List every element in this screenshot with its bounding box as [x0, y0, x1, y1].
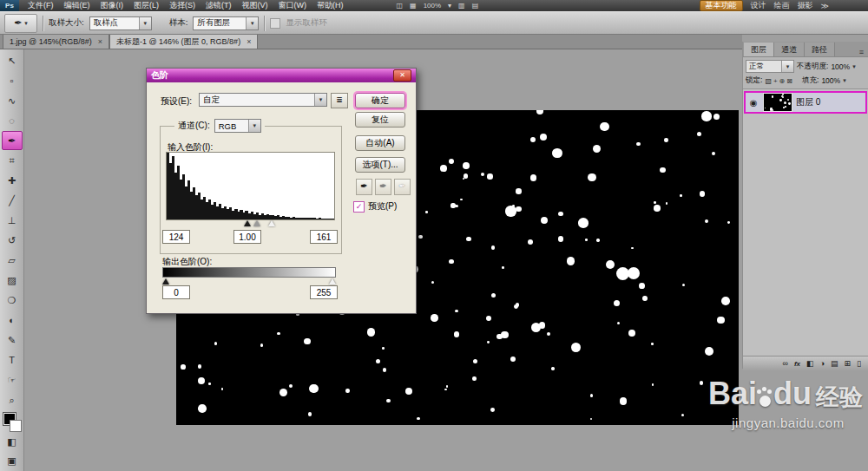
ok-button[interactable]: 确定: [355, 93, 405, 108]
tool-preset-button[interactable]: ✒ ▾: [4, 14, 37, 33]
panel-menu-icon[interactable]: ≡: [855, 48, 868, 56]
type-tool[interactable]: T: [2, 350, 23, 370]
lock-all-icon[interactable]: ⊠: [786, 77, 792, 85]
workspace-overflow-icon[interactable]: ≫: [821, 2, 829, 10]
output-highlight-value[interactable]: [310, 285, 338, 299]
snow-dot: [567, 257, 575, 265]
close-icon[interactable]: ✕: [393, 69, 411, 82]
layer-name[interactable]: 图层 0: [796, 96, 820, 108]
chevron-down-icon[interactable]: ▾: [843, 77, 846, 84]
hand-tool[interactable]: ☞: [2, 370, 23, 389]
auto-button[interactable]: 自动(A): [355, 135, 405, 151]
document-tab[interactable]: 未标题-1 @ 146% (图层 0, RGB/8#)×: [109, 34, 258, 49]
menu-filter[interactable]: 滤镜(T): [201, 0, 237, 11]
layer-thumbnail[interactable]: [763, 93, 792, 112]
menu-window[interactable]: 窗口(W): [273, 0, 312, 11]
menu-image[interactable]: 图像(I): [95, 0, 129, 11]
workspace-button[interactable]: 设计: [751, 0, 766, 11]
dialog-titlebar[interactable]: 色阶 ✕: [147, 69, 416, 82]
input-shadow-slider[interactable]: [244, 220, 251, 226]
menu-view[interactable]: 视图(V): [237, 0, 273, 11]
workspace-button[interactable]: 摄影: [798, 0, 813, 11]
dodge-tool[interactable]: ◐: [2, 311, 23, 330]
menu-help[interactable]: 帮助(H): [312, 0, 349, 11]
menu-file[interactable]: 文件(F): [23, 0, 59, 11]
menu-select[interactable]: 选择(S): [164, 0, 201, 11]
new-layer-icon[interactable]: ⊞: [845, 359, 852, 368]
menu-layer[interactable]: 图层(L): [128, 0, 164, 11]
set-white-point-eyedropper[interactable]: ✒: [394, 179, 411, 195]
quick-mask-button[interactable]: ◧: [2, 434, 23, 452]
history-brush-tool[interactable]: ↺: [2, 231, 23, 250]
launch-bridge-icon[interactable]: ◫: [397, 2, 404, 10]
move-tool[interactable]: ↖: [2, 51, 23, 70]
close-tab-icon[interactable]: ×: [98, 37, 102, 46]
delete-layer-icon[interactable]: ▯: [857, 359, 861, 368]
zoom-dropdown-icon[interactable]: ▾: [448, 2, 451, 10]
workspace-button[interactable]: 绘画: [774, 0, 790, 11]
chevron-down-icon[interactable]: ▾: [852, 63, 856, 70]
reset-button[interactable]: 复位: [355, 112, 405, 128]
view-extras-icon[interactable]: ▦: [410, 2, 417, 10]
crop-tool[interactable]: ⌗: [2, 151, 23, 170]
zoom-tool[interactable]: ⌕: [2, 390, 23, 409]
eraser-tool[interactable]: ▱: [2, 251, 23, 270]
layer-row[interactable]: ◉ 图层 0: [744, 91, 867, 114]
input-midtone-slider[interactable]: [253, 220, 260, 226]
panel-tab-图层[interactable]: 图层: [744, 43, 774, 56]
panel-tab-路径[interactable]: 路径: [805, 43, 835, 56]
options-button[interactable]: 选项(T)...: [355, 157, 405, 173]
spot-healing-brush-tool[interactable]: ✚: [2, 171, 23, 190]
screen-mode-icon[interactable]: ▤: [472, 2, 479, 10]
clone-stamp-tool[interactable]: ⊥: [2, 211, 23, 230]
set-gray-point-eyedropper[interactable]: ✒: [375, 179, 391, 195]
opacity-value[interactable]: 100%: [831, 62, 850, 71]
input-highlight-value[interactable]: [310, 230, 338, 244]
channel-dropdown[interactable]: RGB ▾: [214, 119, 261, 133]
background-color-swatch[interactable]: [10, 420, 22, 432]
snow-dot: [705, 219, 708, 223]
pen-tool[interactable]: ✎: [2, 330, 23, 350]
input-gamma-value[interactable]: [233, 230, 261, 244]
layer-style-icon[interactable]: fx: [794, 360, 800, 368]
new-adjustment-layer-icon[interactable]: ◑: [820, 359, 825, 368]
lock-image-pixels-icon[interactable]: +: [773, 77, 778, 85]
arrange-documents-icon[interactable]: ▥: [458, 2, 465, 10]
quick-selection-tool[interactable]: ◌: [2, 111, 23, 130]
link-layers-icon[interactable]: ∞: [782, 359, 787, 368]
lock-position-icon[interactable]: ⊕: [779, 77, 786, 85]
input-slider-track[interactable]: [166, 219, 333, 228]
eyedropper-tool[interactable]: ✒: [2, 131, 23, 150]
blur-tool[interactable]: ❍: [2, 291, 23, 310]
menu-edit[interactable]: 编辑(E): [59, 0, 95, 11]
document-tab[interactable]: 1.jpg @ 145%(RGB/8#)×: [3, 34, 109, 49]
zoom-level[interactable]: 100%: [424, 2, 441, 10]
layer-visibility-icon[interactable]: ◉: [747, 98, 760, 108]
new-group-icon[interactable]: ▤: [831, 359, 838, 368]
chevron-down-icon: ▾: [781, 61, 793, 72]
show-sampling-ring-checkbox[interactable]: [270, 18, 280, 29]
preview-checkbox[interactable]: ✓: [353, 201, 365, 213]
lock-transparent-pixels-icon[interactable]: ▧: [765, 77, 772, 85]
input-highlight-slider[interactable]: [268, 220, 275, 226]
output-highlight-slider[interactable]: [329, 278, 336, 285]
sample-dropdown[interactable]: 所有图层 ▾: [193, 16, 259, 30]
input-shadow-value[interactable]: [162, 230, 190, 244]
set-black-point-eyedropper[interactable]: ✒: [356, 179, 372, 195]
brush-tool[interactable]: ╱: [2, 191, 23, 210]
output-shadow-slider[interactable]: [162, 278, 169, 285]
output-shadow-value[interactable]: [162, 285, 190, 299]
workspace-basic-button[interactable]: 基本功能: [700, 0, 743, 11]
rectangular-marquee-tool[interactable]: ▫: [2, 71, 23, 90]
add-layer-mask-icon[interactable]: ◧: [806, 359, 814, 368]
panel-tab-通道[interactable]: 通道: [774, 43, 805, 56]
blend-mode-dropdown[interactable]: 正常 ▾: [746, 60, 794, 73]
preset-dropdown[interactable]: 自定 ▾: [199, 93, 327, 107]
preset-options-button[interactable]: ≣: [331, 93, 348, 108]
screen-mode-button[interactable]: ▣: [2, 452, 23, 470]
gradient-tool[interactable]: ▨: [2, 271, 23, 290]
fill-value[interactable]: 100%: [821, 76, 840, 85]
close-tab-icon[interactable]: ×: [247, 37, 251, 46]
lasso-tool[interactable]: ∿: [2, 91, 23, 110]
sample-size-dropdown[interactable]: 取样点 ▾: [89, 16, 152, 30]
